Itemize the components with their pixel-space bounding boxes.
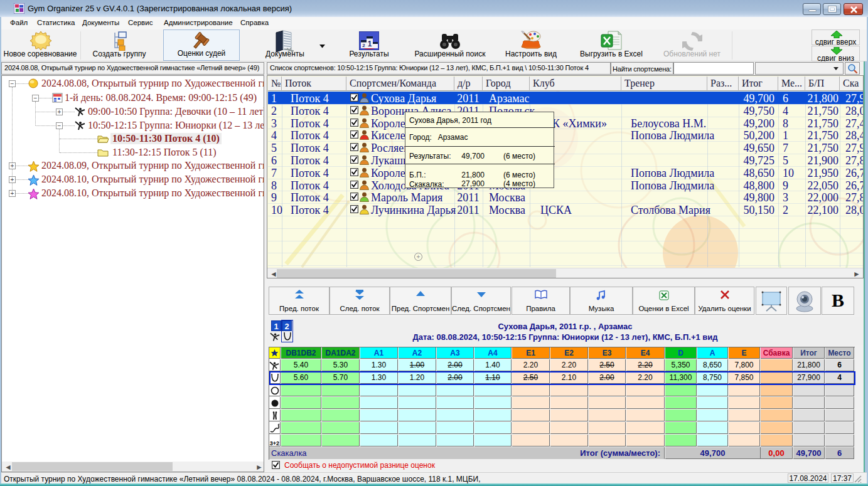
svg-text:2: 2 [362, 43, 365, 48]
svg-text:1: 1 [368, 40, 372, 48]
